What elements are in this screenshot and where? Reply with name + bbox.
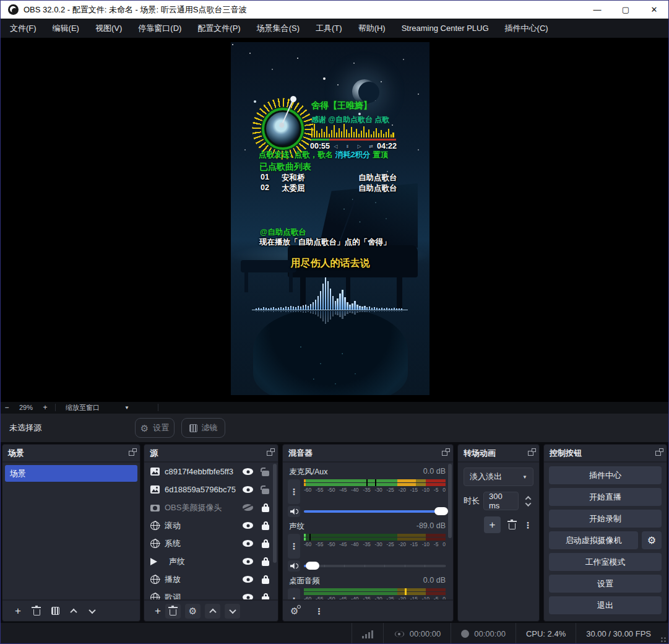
start-streaming-button[interactable]: 开始直播 xyxy=(549,488,662,506)
advanced-audio-icon[interactable]: ⚙ xyxy=(290,606,298,616)
add-transition-button[interactable]: + xyxy=(484,516,501,533)
speaker-mute-button[interactable] xyxy=(288,560,300,572)
duration-decrease-button[interactable] xyxy=(525,500,531,507)
popout-icon[interactable] xyxy=(129,451,134,456)
source-properties-button[interactable]: ⚙ 设置 xyxy=(135,418,175,438)
slider-handle[interactable] xyxy=(306,562,319,570)
source-row[interactable]: 声纹 xyxy=(144,552,278,570)
duration-input[interactable]: 300 ms xyxy=(483,492,519,510)
menu-docks[interactable]: 停靠窗口(D) xyxy=(130,19,189,38)
lock-icon[interactable] xyxy=(262,489,269,494)
start-virtual-camera-button[interactable]: 启动虚拟摄像机 xyxy=(549,531,638,549)
source-row[interactable]: 歌词 xyxy=(144,588,278,601)
scene-list-item-selected[interactable]: 场景 xyxy=(5,465,137,482)
move-scene-down-button[interactable] xyxy=(83,604,101,619)
exit-button[interactable]: 退出 xyxy=(549,596,662,614)
source-properties-button[interactable]: ⚙ xyxy=(185,604,201,619)
menu-view[interactable]: 视图(V) xyxy=(87,19,130,38)
menu-scene-collection[interactable]: 场景集合(S) xyxy=(249,19,308,38)
channel-menu-button[interactable]: ⋮ xyxy=(288,588,300,601)
volume-slider[interactable] xyxy=(304,507,446,516)
eye-icon[interactable] xyxy=(243,558,253,565)
fps-value: 30.00 / 30.00 FPS xyxy=(586,629,651,638)
lock-icon[interactable] xyxy=(262,542,269,548)
source-row[interactable]: 播放 xyxy=(144,570,278,588)
minimize-button[interactable]: — xyxy=(583,1,611,19)
scenes-toolbar: + xyxy=(2,599,140,621)
obs-logo-icon xyxy=(8,4,19,15)
eye-icon[interactable] xyxy=(243,486,253,493)
transition-menu-button[interactable]: ⋮ xyxy=(524,521,532,529)
move-source-down-button[interactable] xyxy=(225,604,240,619)
plugin-center-button[interactable]: 插件中心 xyxy=(549,466,662,484)
popout-icon[interactable] xyxy=(267,451,272,456)
lock-icon[interactable] xyxy=(262,507,269,512)
source-row[interactable]: 6d18859a5796bc75 xyxy=(144,481,278,498)
close-button[interactable]: ✕ xyxy=(640,1,668,19)
menu-file[interactable]: 文件(F) xyxy=(2,19,45,38)
add-scene-button[interactable]: + xyxy=(9,604,27,619)
speaker-mute-button[interactable] xyxy=(288,506,300,517)
virtual-camera-config-button[interactable]: ⚙ xyxy=(642,531,662,549)
blue-spectrum-reflection xyxy=(256,311,404,326)
remove-scene-button[interactable] xyxy=(27,604,46,619)
elapsed-time: 00:55 xyxy=(310,142,330,150)
lock-icon[interactable] xyxy=(262,471,269,476)
menu-profile[interactable]: 配置文件(P) xyxy=(189,19,248,38)
lock-icon[interactable] xyxy=(262,578,269,584)
scene-filters-button[interactable] xyxy=(46,604,64,619)
menu-streaming-center[interactable]: Streaming Center PLUG xyxy=(394,19,497,38)
source-row[interactable]: OBS美颜摄像头 xyxy=(144,498,278,516)
media-source-icon xyxy=(150,558,164,565)
menu-tools[interactable]: 工具(T) xyxy=(308,19,350,38)
start-recording-button[interactable]: 开始录制 xyxy=(549,510,662,528)
studio-mode-button[interactable]: 工作室模式 xyxy=(549,553,662,571)
fit-mode-dropdown[interactable]: 缩放至窗口 xyxy=(59,403,106,412)
fps-indicator: 30.00 / 30.00 FPS xyxy=(576,623,668,644)
move-source-up-button[interactable] xyxy=(205,604,220,619)
settings-button[interactable]: 设置 xyxy=(549,575,662,593)
gear-icon: ⚙ xyxy=(647,536,656,546)
lock-icon[interactable] xyxy=(262,560,269,566)
channel-menu-button[interactable]: ⋮ xyxy=(288,479,300,504)
maximize-button[interactable]: ▢ xyxy=(611,1,640,19)
eye-icon[interactable] xyxy=(243,576,253,583)
menu-help[interactable]: 帮助(H) xyxy=(350,19,394,38)
chevron-down-icon[interactable]: ▼ xyxy=(106,405,154,411)
sources-scrollbar[interactable] xyxy=(273,464,277,563)
album-art-disc xyxy=(262,108,304,150)
source-row[interactable]: c8917f4ebbfbfe5ff3 xyxy=(144,463,278,481)
source-filters-button[interactable]: 滤镜 xyxy=(181,418,225,438)
gear-icon: ⚙ xyxy=(140,424,149,433)
menu-plugin-center[interactable]: 插件中心(C) xyxy=(497,19,556,38)
slider-handle[interactable] xyxy=(434,507,448,515)
lock-icon[interactable] xyxy=(262,524,269,530)
popout-icon[interactable] xyxy=(442,451,447,456)
mixer-scrollbar[interactable] xyxy=(448,464,452,538)
channel-menu-button[interactable]: ⋮ xyxy=(288,534,300,559)
remove-source-button[interactable] xyxy=(165,604,181,619)
volume-slider[interactable] xyxy=(304,562,446,570)
transition-select[interactable]: 淡入淡出 ▼ xyxy=(464,468,533,486)
blue-spectrum xyxy=(256,276,404,310)
zoom-out-button[interactable]: − xyxy=(1,403,13,412)
source-row[interactable]: 系统 xyxy=(144,534,278,552)
cpu-usage: CPU: 2.4% xyxy=(516,623,576,644)
mixer-menu-icon[interactable]: ⋮ xyxy=(314,607,323,616)
eye-off-icon[interactable] xyxy=(243,504,253,511)
mixer-channel: 桌面音频 0.0 dB ⋮ -60-55-50-45-40-35-30-25-2… xyxy=(283,572,453,601)
popout-icon[interactable] xyxy=(528,451,533,456)
network-status xyxy=(352,623,383,644)
popout-icon[interactable] xyxy=(655,451,661,456)
preview-canvas[interactable]: 舍得【王唯旖】 感谢 @自助点歌台 点歌 00:55 ◁ ‖ ▷ ⇄ 04:22… xyxy=(1,38,668,402)
eye-icon[interactable] xyxy=(243,468,253,475)
move-scene-up-button[interactable] xyxy=(64,604,83,619)
source-row[interactable]: 滚动 xyxy=(144,516,278,534)
eye-icon[interactable] xyxy=(243,540,253,547)
eye-icon[interactable] xyxy=(243,522,253,529)
add-source-button[interactable]: + xyxy=(150,604,165,619)
menu-edit[interactable]: 编辑(E) xyxy=(45,19,87,38)
remove-transition-button[interactable] xyxy=(509,523,516,529)
zoom-in-button[interactable]: + xyxy=(39,403,51,412)
resize-grip[interactable] xyxy=(660,637,667,643)
